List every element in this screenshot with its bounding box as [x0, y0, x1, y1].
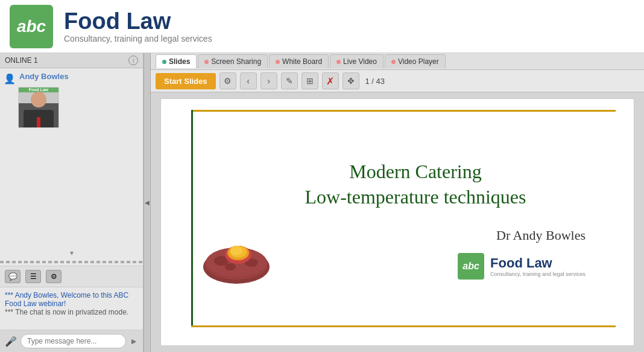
- main-layout: ONLINE 1 i 👤 Andy Bowles Food Law ▾: [0, 53, 644, 352]
- slide-title: Modern Catering Low-temperature techniqu…: [305, 159, 526, 210]
- toolbar: Start Slides ⚙ ‹ › ✎ ⊞ ✗ ✥ 1 / 43: [151, 70, 644, 92]
- scroll-indicator[interactable]: ▾: [0, 248, 143, 258]
- slide-logo-title: Food Law: [490, 255, 586, 271]
- slide-food-image: [197, 222, 276, 285]
- collapse-handle[interactable]: ◀: [144, 53, 151, 352]
- chat-bubble-icon[interactable]: 💬: [5, 270, 21, 283]
- tab-slides[interactable]: Slides: [156, 54, 197, 68]
- slide-logo-box: abc: [458, 253, 484, 280]
- chat-input[interactable]: [21, 334, 126, 348]
- slide-logo-text: Food Law Consultancy, training and legal…: [490, 255, 586, 277]
- participant-icon: 👤: [4, 73, 16, 85]
- chat-message-1: *** Andy Bowles, Welcome to this ABC Foo…: [5, 291, 138, 308]
- participant-name: Andy Bowles: [19, 72, 69, 81]
- online-label: ONLINE 1: [5, 56, 38, 65]
- tab-video-player[interactable]: Video Player: [385, 54, 446, 68]
- slide-title-line2: Low-temperature techniques: [305, 186, 526, 208]
- avatar-image: Food Law: [19, 87, 58, 128]
- header-logo: abc: [10, 5, 53, 48]
- header: abc Food Law Consultancy, training and l…: [0, 0, 644, 53]
- avatar-tie: [37, 117, 40, 128]
- header-title: Food Law: [64, 9, 212, 34]
- slide-bottom-section: Dr Andy Bowles abc Food Law Consultancy,…: [161, 222, 634, 285]
- grid-button[interactable]: ⊞: [301, 72, 318, 89]
- sidebar: ONLINE 1 i 👤 Andy Bowles Food Law ▾: [0, 53, 144, 352]
- participant-list: 👤 Andy Bowles Food Law: [0, 68, 143, 248]
- tab-live-video[interactable]: Live Video: [330, 54, 384, 68]
- close-button[interactable]: ✗: [322, 72, 339, 89]
- tab-white-board[interactable]: White Board: [269, 54, 329, 68]
- start-slides-button[interactable]: Start Slides: [156, 73, 216, 89]
- chat-messages: *** Andy Bowles, Welcome to this ABC Foo…: [0, 287, 143, 330]
- participant-item: 👤 Andy Bowles: [4, 72, 139, 85]
- tab-screen-sharing-dot: [204, 60, 209, 64]
- settings-button[interactable]: ⚙: [219, 72, 236, 89]
- slide-canvas: Modern Catering Low-temperature techniqu…: [160, 98, 634, 346]
- info-icon[interactable]: i: [128, 56, 138, 65]
- next-slide-button[interactable]: ›: [260, 72, 277, 89]
- slide-logo-area: abc Food Law Consultancy, training and l…: [458, 253, 586, 280]
- chat-input-bar: 🎤 ►: [0, 330, 143, 352]
- slide-content: Modern Catering Low-temperature techniqu…: [161, 99, 634, 345]
- avatar-body: [24, 110, 54, 128]
- mic-icon[interactable]: 🎤: [5, 336, 17, 347]
- tab-slides-dot: [162, 60, 166, 64]
- slide-author: Dr Andy Bowles: [496, 228, 586, 243]
- tab-live-video-label: Live Video: [343, 57, 377, 66]
- header-subtitle: Consultancy, training and legal services: [64, 34, 212, 43]
- content-area: Slides Screen Sharing White Board Live V…: [151, 53, 644, 352]
- chat-settings-icon[interactable]: ⚙: [46, 270, 62, 283]
- tab-white-board-label: White Board: [282, 57, 322, 66]
- slide-right-info: Dr Andy Bowles abc Food Law Consultancy,…: [458, 228, 586, 280]
- tab-live-video-dot: [336, 60, 341, 64]
- tab-video-player-label: Video Player: [398, 57, 439, 66]
- participant-avatar: Food Law: [18, 87, 59, 128]
- send-arrow-icon[interactable]: ►: [130, 336, 138, 346]
- sidebar-divider: [0, 261, 143, 263]
- online-bar: ONLINE 1 i: [0, 53, 143, 68]
- svg-point-10: [230, 246, 242, 255]
- svg-point-6: [225, 263, 236, 270]
- tab-slides-label: Slides: [169, 57, 190, 66]
- avatar-head: [31, 92, 46, 107]
- slide-logo-subtitle: Consultancy, training and legal services: [490, 271, 586, 277]
- chat-list-icon[interactable]: ☰: [25, 270, 41, 283]
- pencil-button[interactable]: ✎: [281, 72, 298, 89]
- prev-slide-button[interactable]: ‹: [240, 72, 257, 89]
- tab-screen-sharing[interactable]: Screen Sharing: [198, 54, 268, 68]
- chat-message-2: *** The chat is now in privatized mode.: [5, 308, 138, 316]
- tab-video-player-dot: [391, 60, 396, 64]
- slide-counter: 1 / 43: [365, 77, 385, 86]
- fullscreen-button[interactable]: ✥: [343, 72, 359, 89]
- tab-white-board-dot: [276, 60, 280, 64]
- tab-bar: Slides Screen Sharing White Board Live V…: [151, 53, 644, 70]
- header-title-block: Food Law Consultancy, training and legal…: [64, 9, 212, 44]
- slide-title-line1: Modern Catering: [349, 161, 482, 182]
- tab-screen-sharing-label: Screen Sharing: [211, 57, 261, 66]
- chat-icons-bar: 💬 ☰ ⚙: [0, 266, 143, 287]
